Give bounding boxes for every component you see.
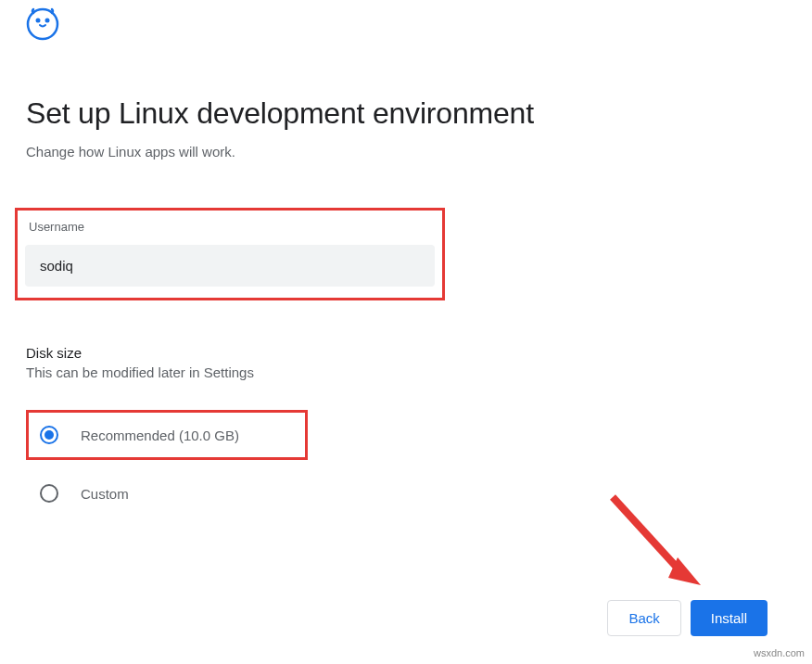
radio-option-recommended[interactable]: Recommended (10.0 GB) [26,410,308,460]
disk-size-section: Disk size This can be modified later in … [26,345,786,516]
svg-point-2 [45,19,50,23]
watermark-text: wsxdn.com [754,647,805,658]
back-button[interactable]: Back [607,600,680,636]
username-label: Username [25,220,435,234]
svg-point-1 [36,19,41,23]
username-section: Username [15,208,445,300]
radio-selected-icon [40,426,58,444]
install-button[interactable]: Install [691,600,768,636]
disk-size-title: Disk size [26,345,786,361]
svg-marker-5 [668,557,701,585]
svg-point-0 [28,9,57,39]
username-input[interactable] [25,245,435,287]
radio-label-custom: Custom [81,486,129,502]
page-title: Set up Linux development environment [26,96,786,131]
radio-option-custom[interactable]: Custom [26,471,786,516]
linux-penguin-icon [26,7,59,41]
page-subtitle: Change how Linux apps will work. [26,144,786,160]
button-row: Back Install [607,600,768,636]
disk-size-subtitle: This can be modified later in Settings [26,364,786,380]
radio-label-recommended: Recommended (10.0 GB) [81,428,239,443]
radio-unselected-icon [40,484,58,503]
